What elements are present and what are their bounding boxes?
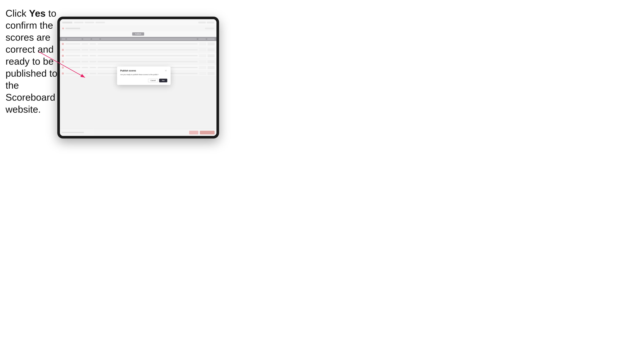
yes-button[interactable]: Yes [159,79,167,82]
instruction-text: Click Yes to confirm the scores are corr… [6,7,59,115]
modal-header: Publish scores × [120,69,167,72]
modal-body-text: Are you ready to publish these scores to… [120,73,167,76]
modal-title: Publish scores [120,69,136,72]
close-icon[interactable]: × [165,69,167,72]
cancel-button[interactable]: Cancel [148,79,158,82]
publish-scores-dialog: Publish scores × Are you ready to publis… [117,66,170,85]
modal-overlay: Publish scores × Are you ready to publis… [60,19,216,136]
instruction-prefix: Click [6,8,29,19]
instruction-bold: Yes [29,8,46,19]
tablet-screen: Publish [60,19,216,136]
tablet-device: Publish [57,17,219,139]
instruction-suffix: to confirm the scores are correct and re… [6,8,57,115]
modal-footer: Cancel Yes [120,79,167,82]
